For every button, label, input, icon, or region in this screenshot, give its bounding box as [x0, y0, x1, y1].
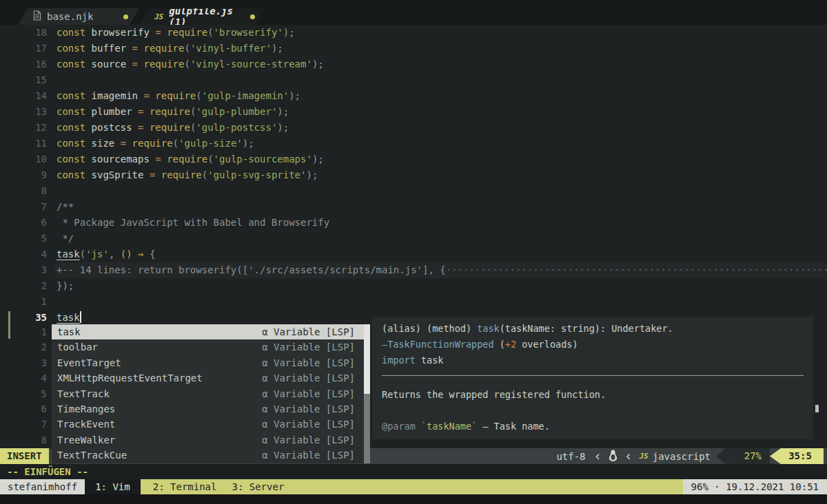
code-text: const svgSprite = require('gulp-svg-spri…	[55, 167, 827, 183]
filetype-js-icon: JS	[639, 452, 648, 461]
line-number: 12	[0, 120, 55, 136]
file-icon	[33, 10, 41, 23]
completion-item[interactable]: EventTargetα Variable [LSP]	[52, 355, 370, 370]
completion-kind: α Variable [LSP]	[262, 339, 355, 355]
code-text: const postcss = require('gulp-postcss');	[55, 120, 827, 136]
completion-kind: α Variable [LSP]	[262, 417, 355, 432]
code-line[interactable]: 10const sourcemaps = require('gulp-sourc…	[0, 151, 827, 167]
line-number: 17	[0, 41, 55, 56]
completion-kind: α Variable [LSP]	[262, 448, 355, 463]
code-line[interactable]: 2});	[0, 278, 827, 294]
linux-penguin-icon	[609, 450, 617, 463]
completion-item[interactable]: TrackEventα Variable [LSP]	[52, 417, 370, 432]
code-line[interactable]: 5 */	[0, 231, 827, 246]
line-number: 2	[0, 339, 55, 355]
variable-kind-icon: α	[262, 357, 267, 368]
line-number: 5	[0, 231, 55, 246]
code-line[interactable]: 11const size = require('gulp-size');	[0, 136, 827, 151]
completion-label: TreeWalker	[57, 432, 115, 448]
line-number: 16	[0, 56, 55, 72]
completion-kind: α Variable [LSP]	[262, 386, 355, 401]
code-line[interactable]: 15	[0, 72, 827, 88]
code-line[interactable]: 1	[0, 294, 827, 310]
completion-item[interactable]: TimeRangesα Variable [LSP]	[52, 401, 370, 417]
code-line[interactable]: 18const browserify = require('browserify…	[0, 25, 827, 41]
completion-label: XMLHttpRequestEventTarget	[57, 370, 203, 386]
tmux-session-name[interactable]: stefanimhoff	[0, 479, 85, 494]
completion-item[interactable]: TextTrackCueα Variable [LSP]	[52, 448, 370, 463]
filetype-label: javascript	[653, 451, 711, 462]
line-number: 6	[0, 215, 55, 231]
doc-popup: (alias) (method) task(taskName: string):…	[372, 317, 813, 439]
line-number: 8	[0, 183, 55, 199]
completion-item[interactable]: toolbarα Variable [LSP]	[52, 339, 370, 355]
code-line[interactable]: 17const buffer = require('vinyl-buffer')…	[0, 41, 827, 56]
variable-kind-icon: α	[262, 326, 267, 337]
code-line[interactable]: 12const postcss = require('gulp-postcss'…	[0, 120, 827, 136]
doc-scrollbar-thumb	[815, 405, 819, 412]
completion-item[interactable]: TextTrackα Variable [LSP]	[52, 386, 370, 401]
code-text	[55, 72, 827, 88]
completion-item[interactable]: taskα Variable [LSP]	[52, 324, 370, 339]
code-line[interactable]: 9const svgSprite = require('gulp-svg-spr…	[0, 167, 827, 183]
completion-label: TextTrack	[57, 386, 110, 401]
chevron-left-icon: ‹	[624, 448, 632, 464]
variable-kind-icon: α	[262, 403, 267, 414]
code-text: /**	[55, 199, 827, 215]
line-number: 3	[0, 262, 55, 278]
variable-kind-icon: α	[262, 372, 267, 384]
tmux-window-server[interactable]: 3: Server	[232, 479, 284, 494]
tab-gulpfile-js[interactable]: JS gulpfile.js (1)	[139, 8, 266, 25]
code-line[interactable]: 16const source = require('vinyl-source-s…	[0, 56, 827, 72]
line-number: 3	[0, 355, 55, 370]
tmux-window-terminal[interactable]: 2: Terminal	[153, 479, 217, 494]
doc-divider	[382, 375, 804, 376]
code-text: const imagemin = require('gulp-imagemin'…	[55, 88, 827, 104]
line-number: 8	[0, 432, 55, 448]
folded-line[interactable]: 3+-- 14 lines: return browserify(['./src…	[0, 262, 827, 278]
code-line[interactable]: 8	[0, 183, 827, 199]
terminal-screen: base.njk JS gulpfile.js (1) 18const brow…	[0, 0, 827, 504]
tab-base-njk[interactable]: base.njk	[18, 8, 139, 25]
progress-indicator: 27%	[716, 448, 770, 464]
variable-kind-icon: α	[262, 388, 267, 399]
variable-kind-icon: α	[262, 450, 267, 461]
completion-kind: α Variable [LSP]	[262, 401, 355, 417]
scrollbar-thumb[interactable]	[364, 324, 370, 394]
code-text: const plumber = require('gulp-plumber');	[55, 104, 827, 120]
variable-kind-icon: α	[262, 342, 267, 353]
line-number: 10	[0, 151, 55, 167]
code-line[interactable]: 6 * Package JavaScript with Babel and Br…	[0, 215, 827, 231]
doc-text-line: import task	[372, 353, 813, 368]
line-number: 13	[0, 104, 55, 120]
line-number: 14	[0, 88, 55, 104]
chevron-left-icon: ‹	[594, 448, 602, 464]
tmux-statusbar: stefanimhoff 1: Vim 2: Terminal 3: Serve…	[0, 479, 827, 494]
javascript-icon: JS	[154, 12, 163, 21]
encoding-label: utf-8	[556, 451, 585, 462]
completion-item[interactable]: XMLHttpRequestEventTargetα Variable [LSP…	[52, 370, 370, 386]
completion-scrollbar[interactable]	[364, 324, 370, 463]
completion-item[interactable]: TreeWalkerα Variable [LSP]	[52, 432, 370, 448]
code-line[interactable]: 7/**	[0, 199, 827, 215]
completion-label: EventTarget	[57, 355, 121, 370]
modified-dot-icon	[123, 14, 128, 19]
code-line[interactable]: 4task('js', () ⇒ {	[0, 246, 827, 262]
code-line[interactable]: 14const imagemin = require('gulp-imagemi…	[0, 88, 827, 104]
line-number: 9	[0, 167, 55, 183]
tmux-window-vim[interactable]: 1: Vim	[85, 479, 141, 494]
doc-blank-line	[372, 403, 813, 419]
cursor-position-badge: 35:5	[770, 448, 824, 464]
line-number: 15	[0, 72, 55, 88]
tabline: base.njk JS gulpfile.js (1)	[0, 0, 827, 25]
completion-label: TextTrackCue	[57, 448, 127, 463]
code-line[interactable]: 13const plumber = require('gulp-plumber'…	[0, 104, 827, 120]
doc-text-line: (alias) (method) task(taskName: string):…	[372, 321, 813, 337]
code-text: const size = require('gulp-size');	[55, 136, 827, 151]
completion-label: toolbar	[57, 339, 98, 355]
completion-kind: α Variable [LSP]	[262, 324, 355, 339]
line-number: 7	[0, 417, 55, 432]
code-text: */	[55, 231, 827, 246]
line-number: 5	[0, 386, 55, 401]
code-text: const source = require('vinyl-source-str…	[55, 56, 827, 72]
